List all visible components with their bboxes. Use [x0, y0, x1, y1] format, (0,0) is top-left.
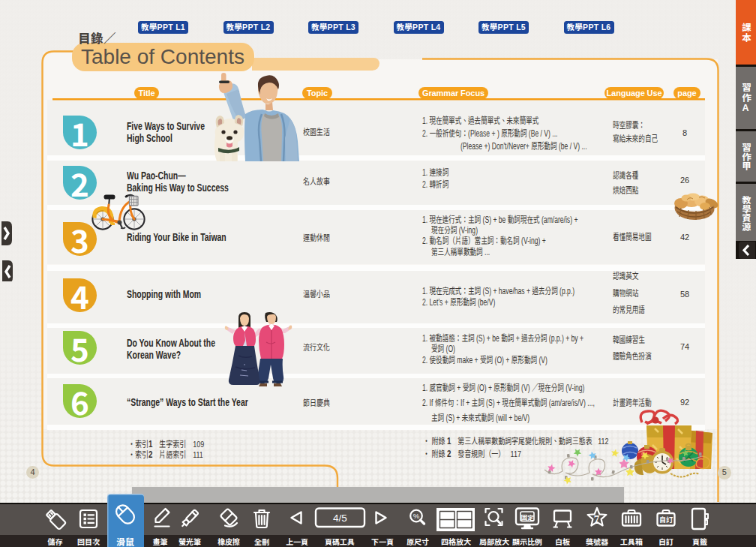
- svg-text:自訂: 自訂: [659, 515, 673, 524]
- svg-text:固定: 固定: [520, 512, 534, 521]
- svg-text:7: 7: [594, 513, 600, 525]
- svg-text:%: %: [413, 512, 420, 520]
- svg-text:4/5: 4/5: [333, 512, 347, 524]
